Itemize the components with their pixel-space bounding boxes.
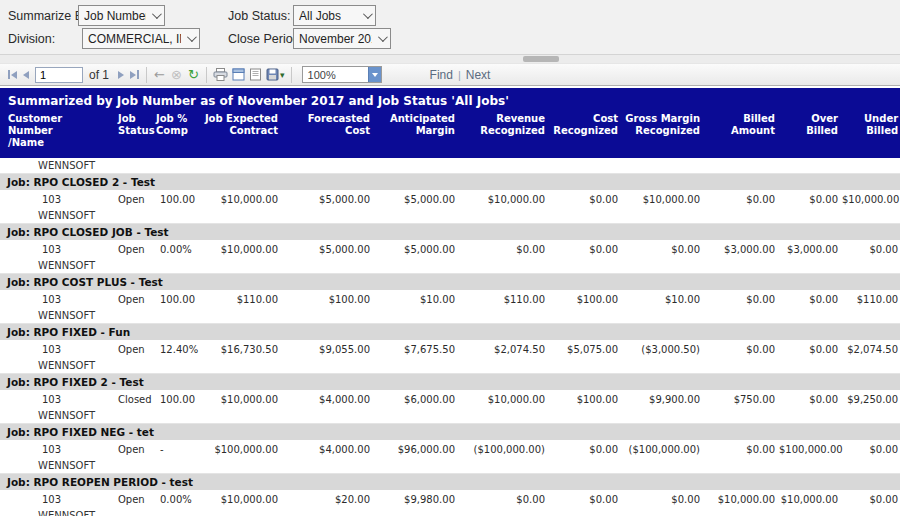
job-group-header-row: Job: RPO CLOSED JOB - Test	[0, 224, 900, 241]
cell-under-billed: $9,250.00	[840, 390, 900, 408]
next-link[interactable]: Next	[466, 68, 491, 82]
chevron-down-icon	[372, 73, 378, 77]
cell-anticipated-margin: $5,000.00	[372, 190, 457, 208]
customer-name-row: WENNSOFT	[0, 508, 900, 516]
column-header-gross-margin-recognized: Gross MarginRecognized	[620, 112, 702, 158]
toolbar-separator	[291, 67, 292, 83]
column-header-line2: Contract	[197, 125, 278, 137]
cell-cost-recognized: $100.00	[547, 290, 620, 308]
cell-job-pct-comp: 100.00	[150, 190, 195, 208]
export-button[interactable]: ▾	[264, 67, 287, 82]
job-group-label: Job: RPO CLOSED JOB - Test	[0, 224, 900, 241]
chevron-down-icon	[363, 9, 373, 19]
column-header-line2: Recognized	[459, 125, 545, 137]
column-header-line1: Customer Number	[8, 113, 108, 137]
page-number-input[interactable]	[35, 67, 83, 83]
cell-job-expected-contract: $100,000.00	[195, 440, 280, 458]
stop-button[interactable]: ⊗	[168, 66, 185, 83]
refresh-button[interactable]: ↻	[185, 66, 202, 83]
customer-name: WENNSOFT	[0, 408, 900, 424]
summarize-by-value: Job Number	[84, 9, 146, 23]
back-button[interactable]: ←	[151, 66, 168, 83]
column-header-line2: Cost	[282, 125, 370, 137]
prev-page-button[interactable]	[20, 69, 32, 81]
chevron-down-icon	[378, 32, 388, 42]
column-header-line2: Recognized	[549, 125, 618, 137]
column-header-line2: Comp	[156, 125, 193, 137]
column-header-line2: Margin	[374, 125, 455, 137]
horizontal-scrollbar-thumb[interactable]	[523, 56, 559, 62]
zoom-select[interactable]: 100%	[302, 66, 382, 83]
cell-cost-recognized: $100.00	[547, 390, 620, 408]
toolbar-separator	[146, 67, 147, 83]
print-button[interactable]	[211, 67, 230, 82]
cell-revenue-recognized: $0.00	[457, 490, 547, 508]
job-data-row: 103Open0.00%$10,000.00$20.00$9,980.00$0.…	[0, 490, 900, 508]
job-data-row: 103Open100.00$10,000.00$5,000.00$5,000.0…	[0, 190, 900, 208]
column-header-line2: Status	[118, 125, 148, 137]
cell-customer-number-name: 103	[0, 240, 110, 258]
column-header-row: Customer Number/NameJobStatusJob %CompJo…	[0, 112, 900, 158]
column-header-line1: Forecasted	[282, 113, 370, 125]
cell-revenue-recognized: $10,000.00	[457, 190, 547, 208]
cell-anticipated-margin: $5,000.00	[372, 240, 457, 258]
job-status-label: Job Status:	[228, 9, 291, 23]
cell-billed-amount: $0.00	[702, 190, 777, 208]
cell-under-billed: $0.00	[840, 490, 900, 508]
cell-job-pct-comp: 12.40%	[150, 340, 195, 358]
cell-revenue-recognized: $10,000.00	[457, 390, 547, 408]
cell-over-billed: $100,000.00	[777, 440, 840, 458]
zoom-value: 100%	[308, 69, 336, 81]
column-header-line1: Gross Margin	[622, 113, 700, 125]
cell-forecasted-cost: $5,000.00	[280, 190, 372, 208]
job-status-select[interactable]: All Jobs	[293, 5, 376, 26]
customer-name: WENNSOFT	[0, 208, 900, 224]
cell-billed-amount: $0.00	[702, 290, 777, 308]
page-setup-button[interactable]	[247, 67, 264, 82]
summarize-by-select[interactable]: Job Number	[78, 5, 165, 26]
customer-name-row: WENNSOFT	[0, 458, 900, 474]
customer-name-row: WENNSOFT	[0, 208, 900, 224]
cell-job-expected-contract: $10,000.00	[195, 240, 280, 258]
customer-name-row: WENNSOFT	[0, 408, 900, 424]
cell-anticipated-margin: $9,980.00	[372, 490, 457, 508]
close-period-value: November 2017	[299, 32, 372, 46]
customer-name: WENNSOFT	[0, 508, 900, 516]
cell-customer-number-name: 103	[0, 290, 110, 308]
cell-cost-recognized: $0.00	[547, 440, 620, 458]
job-data-row: 103Closed100.00$10,000.00$4,000.00$6,000…	[0, 390, 900, 408]
last-page-button[interactable]	[127, 68, 142, 81]
first-page-button[interactable]	[5, 68, 20, 81]
zoom-dropdown-button[interactable]	[368, 67, 381, 82]
cell-billed-amount: $750.00	[702, 390, 777, 408]
customer-name-row: WENNSOFT	[0, 258, 900, 274]
cell-forecasted-cost: $100.00	[280, 290, 372, 308]
find-link[interactable]: Find	[430, 68, 453, 82]
cell-forecasted-cost: $4,000.00	[280, 390, 372, 408]
cell-revenue-recognized: $2,074.50	[457, 340, 547, 358]
report-toolbar: of 1 ← ⊗ ↻ ▾ 100% Find | Next	[0, 63, 900, 86]
column-header-line1: Anticipated	[374, 113, 455, 125]
job-group-header-row: Job: RPO REOPEN PERIOD - test	[0, 474, 900, 491]
next-page-button[interactable]	[115, 69, 127, 81]
horizontal-scrollbar[interactable]	[0, 55, 900, 63]
division-label: Division:	[8, 32, 55, 46]
cell-job-expected-contract: $10,000.00	[195, 390, 280, 408]
job-data-row: 103Open-$100,000.00$4,000.00$96,000.00($…	[0, 440, 900, 458]
column-header-billed-amount: BilledAmount	[702, 112, 777, 158]
export-save-icon	[266, 68, 279, 81]
column-header-line1: Job %	[156, 113, 193, 125]
print-layout-button[interactable]	[230, 67, 247, 82]
cell-over-billed: $0.00	[777, 390, 840, 408]
division-select[interactable]: COMMERCIAL, INDUS	[82, 28, 200, 49]
cell-job-pct-comp: 0.00%	[150, 240, 195, 258]
close-period-select[interactable]: November 2017	[293, 28, 391, 49]
column-header-cost-recognized: CostRecognized	[547, 112, 620, 158]
cell-customer-number-name: 103	[0, 340, 110, 358]
cell-forecasted-cost: $9,055.00	[280, 340, 372, 358]
report-title: Summarized by Job Number as of November …	[0, 88, 900, 112]
cell-over-billed: $10,000.00	[777, 490, 840, 508]
cell-job-expected-contract: $110.00	[195, 290, 280, 308]
page-count-label: of 1	[89, 68, 109, 82]
page-setup-icon	[249, 68, 262, 81]
